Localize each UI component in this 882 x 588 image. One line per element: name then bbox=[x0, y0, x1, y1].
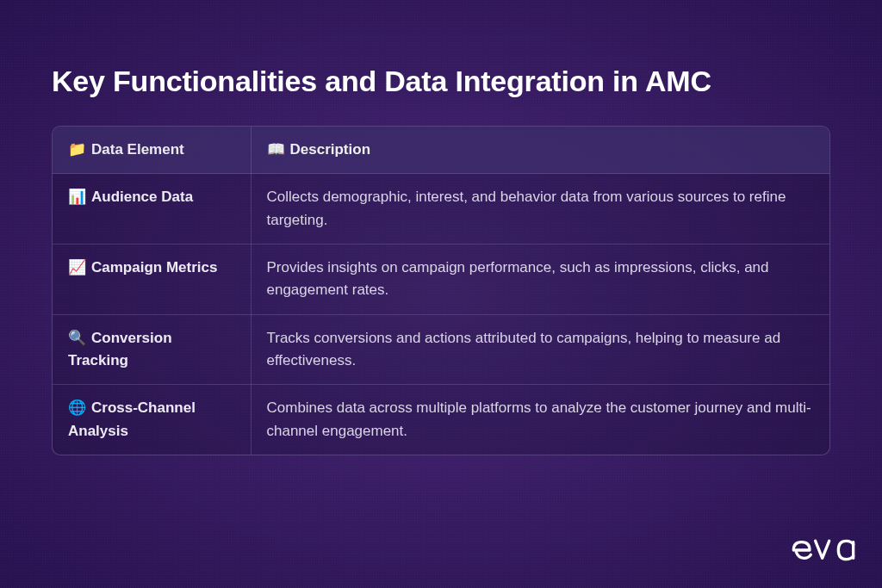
row-description: Tracks conversions and actions attribute… bbox=[251, 314, 829, 385]
table-row: 📈Campaign Metrics Provides insights on c… bbox=[53, 244, 829, 315]
row-element-name: Campaign Metrics bbox=[91, 259, 217, 275]
book-icon: 📖 bbox=[267, 139, 285, 161]
table-row: 🔍Conversion Tracking Tracks conversions … bbox=[53, 314, 829, 385]
data-table: 📁Data Element 📖Description 📊Audience Dat… bbox=[53, 127, 829, 455]
row-element: 🌐Cross-Channel Analysis bbox=[53, 385, 251, 455]
bar-chart-icon: 📊 bbox=[68, 186, 86, 208]
trend-chart-icon: 📈 bbox=[68, 257, 86, 279]
row-element: 📊Audience Data bbox=[53, 174, 251, 244]
header-data-element: 📁Data Element bbox=[53, 127, 251, 174]
table-row: 🌐Cross-Channel Analysis Combines data ac… bbox=[53, 385, 829, 455]
header-element-label: Data Element bbox=[91, 141, 184, 158]
globe-icon: 🌐 bbox=[68, 397, 86, 419]
row-element: 🔍Conversion Tracking bbox=[53, 314, 251, 385]
table-header-row: 📁Data Element 📖Description bbox=[53, 127, 829, 174]
magnifier-icon: 🔍 bbox=[68, 327, 86, 350]
row-element: 📈Campaign Metrics bbox=[53, 244, 251, 315]
folder-icon: 📁 bbox=[68, 139, 86, 161]
row-description: Provides insights on campaign performanc… bbox=[251, 244, 829, 315]
slide-content: Key Functionalities and Data Integration… bbox=[0, 0, 882, 455]
page-title: Key Functionalities and Data Integration… bbox=[52, 65, 830, 98]
row-element-name: Audience Data bbox=[91, 189, 193, 205]
header-description-label: Description bbox=[290, 141, 371, 158]
header-description: 📖Description bbox=[251, 127, 829, 174]
row-description: Collects demographic, interest, and beha… bbox=[251, 174, 829, 244]
row-description: Combines data across multiple platforms … bbox=[251, 385, 829, 455]
table-row: 📊Audience Data Collects demographic, int… bbox=[53, 174, 829, 244]
row-element-name: Cross-Channel Analysis bbox=[68, 399, 196, 438]
data-table-container: 📁Data Element 📖Description 📊Audience Dat… bbox=[52, 126, 830, 455]
brand-logo bbox=[789, 529, 858, 571]
